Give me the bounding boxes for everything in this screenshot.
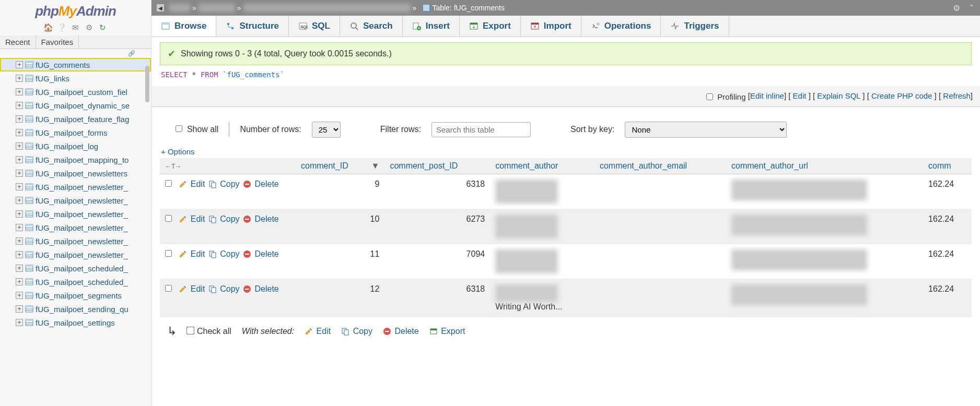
expand-icon[interactable]: + — [16, 237, 23, 245]
tree-table-fUG_mailpoet_log[interactable]: +fUG_mailpoet_log — [0, 139, 151, 153]
expand-icon[interactable]: + — [16, 224, 23, 231]
tree-table-fUG_links[interactable]: +fUG_links — [0, 71, 151, 85]
expand-icon[interactable]: + — [16, 115, 23, 123]
tree-table-fUG_comments[interactable]: +fUG_comments — [0, 58, 151, 71]
server-link[interactable]: xxxx — [169, 4, 190, 12]
tree-table-fUG_mailpoet_newsletter_[interactable]: +fUG_mailpoet_newsletter_ — [0, 221, 151, 234]
row-checkbox[interactable] — [165, 250, 172, 257]
tree-table-fUG_mailpoet_segments[interactable]: +fUG_mailpoet_segments — [0, 289, 151, 302]
profiling-checkbox[interactable] — [706, 93, 713, 100]
tree-table-fUG_mailpoet_scheduled_[interactable]: +fUG_mailpoet_scheduled_ — [0, 275, 151, 289]
row-checkbox[interactable] — [165, 180, 172, 187]
expand-icon[interactable]: + — [16, 183, 23, 190]
collapse-nav-icon[interactable]: ◀ — [157, 4, 164, 11]
show-all-label[interactable]: Show all — [187, 125, 218, 134]
refresh-link[interactable]: Refresh — [943, 91, 971, 100]
tab-sql[interactable]: SQLSQL — [289, 16, 340, 37]
sql-icon[interactable]: ✉ — [71, 23, 80, 32]
collapse-up-icon[interactable]: ⌃ — [969, 3, 975, 11]
tree-table-fUG_mailpoet_feature_flag[interactable]: +fUG_mailpoet_feature_flag — [0, 112, 151, 126]
tree-table-fUG_mailpoet_mapping_to[interactable]: +fUG_mailpoet_mapping_to — [0, 153, 151, 166]
tree-table-fUG_mailpoet_newsletter_[interactable]: +fUG_mailpoet_newsletter_ — [0, 248, 151, 261]
check-all-label[interactable]: Check all — [197, 327, 231, 336]
expand-icon[interactable]: + — [16, 319, 23, 326]
row-edit-button[interactable]: Edit — [179, 249, 205, 258]
row-delete-button[interactable]: Delete — [243, 284, 279, 293]
row-delete-button[interactable]: Delete — [243, 214, 279, 223]
col-comment_author_email[interactable]: comment_author_email — [594, 158, 726, 174]
recent-tab[interactable]: Recent — [0, 35, 36, 49]
col-nav-icons[interactable]: ←T→ — [165, 163, 181, 170]
expand-icon[interactable]: + — [16, 210, 23, 218]
tree-table-fUG_mailpoet_newsletter_[interactable]: +fUG_mailpoet_newsletter_ — [0, 194, 151, 207]
help-icon[interactable]: ❔ — [57, 23, 66, 32]
tab-structure[interactable]: Structure — [216, 16, 289, 37]
explain-sql-link[interactable]: Explain SQL — [817, 91, 860, 100]
link-icon[interactable]: 🔗 — [0, 49, 151, 58]
tree-table-fUG_mailpoet_scheduled_[interactable]: +fUG_mailpoet_scheduled_ — [0, 261, 151, 275]
row-copy-button[interactable]: Copy — [208, 284, 240, 293]
show-all-checkbox[interactable] — [176, 125, 182, 132]
plus-options-link[interactable]: + Options — [160, 145, 972, 158]
row-copy-button[interactable]: Copy — [208, 214, 240, 223]
expand-icon[interactable]: + — [16, 61, 23, 68]
tree-table-fUG_mailpoet_forms[interactable]: +fUG_mailpoet_forms — [0, 126, 151, 139]
expand-icon[interactable]: + — [16, 75, 23, 82]
edit-link[interactable]: Edit — [793, 91, 807, 100]
tab-browse[interactable]: Browse — [151, 16, 216, 37]
expand-icon[interactable]: + — [16, 170, 23, 177]
col-comment_post_ID[interactable]: comment_post_ID — [384, 158, 490, 174]
footer-delete-button[interactable]: Delete — [383, 327, 419, 336]
footer-copy-button[interactable]: Copy — [341, 327, 372, 336]
tab-triggers[interactable]: Triggers — [661, 16, 729, 37]
reload-icon[interactable]: ↻ — [98, 23, 108, 32]
row-checkbox[interactable] — [165, 215, 172, 222]
settings-icon[interactable]: ⚙ — [85, 23, 94, 32]
tab-import[interactable]: Import — [521, 16, 581, 37]
row-edit-button[interactable]: Edit — [179, 284, 205, 293]
expand-icon[interactable]: + — [16, 88, 23, 95]
home-icon[interactable]: 🏠 — [43, 23, 53, 32]
tree-table-fUG_mailpoet_sending_qu[interactable]: +fUG_mailpoet_sending_qu — [0, 302, 151, 316]
tab-operations[interactable]: Operations — [581, 16, 661, 37]
expand-icon[interactable]: + — [16, 102, 23, 109]
create-php-link[interactable]: Create PHP code — [871, 91, 932, 100]
edit-inline-link[interactable]: Edit inline — [750, 91, 784, 100]
row-delete-button[interactable]: Delete — [243, 180, 279, 188]
col-comment_author_url[interactable]: comment_author_url — [726, 158, 923, 174]
db-link[interactable]: xxxxxxx — [199, 4, 235, 12]
row-copy-button[interactable]: Copy — [208, 180, 240, 188]
row-checkbox[interactable] — [165, 285, 172, 292]
tree-table-fUG_mailpoet_newsletter_[interactable]: +fUG_mailpoet_newsletter_ — [0, 207, 151, 221]
tree-table-fUG_mailpoet_custom_fiel[interactable]: +fUG_mailpoet_custom_fiel — [0, 85, 151, 99]
expand-icon[interactable]: + — [16, 278, 23, 285]
col-comment_author[interactable]: comment_author — [490, 158, 594, 174]
tab-insert[interactable]: Insert — [403, 16, 460, 37]
row-copy-button[interactable]: Copy — [208, 249, 240, 258]
row-delete-button[interactable]: Delete — [243, 249, 279, 258]
tab-export[interactable]: Export — [460, 16, 521, 37]
tree-table-fUG_mailpoet_newsletter_[interactable]: +fUG_mailpoet_newsletter_ — [0, 234, 151, 248]
table-name[interactable]: fUG_comments — [454, 4, 505, 12]
path-link[interactable]: xxxxxxxxxxxxxxxxxxxxxxxxxxxx — [243, 4, 411, 12]
page-settings-icon[interactable]: ⚙ — [953, 3, 960, 13]
tree-table-fUG_mailpoet_dynamic_se[interactable]: +fUG_mailpoet_dynamic_se — [0, 99, 151, 112]
col-comment_ID[interactable]: ▼comment_ID — [296, 158, 384, 174]
expand-icon[interactable]: + — [16, 265, 23, 272]
check-all-checkbox[interactable] — [186, 326, 195, 335]
tree-table-fUG_mailpoet_settings[interactable]: +fUG_mailpoet_settings — [0, 316, 151, 329]
expand-icon[interactable]: + — [16, 129, 23, 136]
row-edit-button[interactable]: Edit — [179, 180, 205, 188]
tree-table-fUG_mailpoet_newsletter_[interactable]: +fUG_mailpoet_newsletter_ — [0, 180, 151, 194]
footer-export-button[interactable]: Export — [429, 327, 465, 336]
expand-icon[interactable]: + — [16, 197, 23, 204]
col-comm[interactable]: comm — [923, 158, 972, 174]
tree-scrollbar[interactable] — [145, 66, 149, 102]
expand-icon[interactable]: + — [16, 251, 23, 258]
tree-table-fUG_mailpoet_newsletters[interactable]: +fUG_mailpoet_newsletters — [0, 166, 151, 180]
favorites-tab[interactable]: Favorites — [36, 35, 79, 49]
num-rows-select[interactable]: 25 — [312, 122, 341, 138]
row-edit-button[interactable]: Edit — [179, 214, 205, 223]
footer-edit-button[interactable]: Edit — [305, 327, 331, 336]
expand-icon[interactable]: + — [16, 156, 23, 163]
